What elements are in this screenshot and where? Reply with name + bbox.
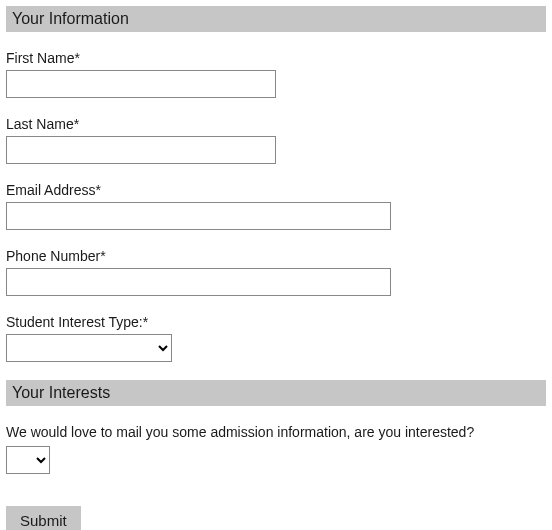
email-input[interactable]	[6, 202, 391, 230]
section-header-your-interests: Your Interests	[6, 380, 546, 406]
phone-label: Phone Number*	[6, 248, 546, 264]
field-last-name: Last Name*	[6, 116, 546, 164]
field-phone: Phone Number*	[6, 248, 546, 296]
first-name-label: First Name*	[6, 50, 546, 66]
last-name-label: Last Name*	[6, 116, 546, 132]
first-name-input[interactable]	[6, 70, 276, 98]
submit-button[interactable]: Submit	[6, 506, 81, 530]
field-email: Email Address*	[6, 182, 546, 230]
interest-type-label: Student Interest Type:*	[6, 314, 546, 330]
field-first-name: First Name*	[6, 50, 546, 98]
email-label: Email Address*	[6, 182, 546, 198]
interest-type-select[interactable]	[6, 334, 172, 362]
section-header-your-information: Your Information	[6, 6, 546, 32]
field-interest-type: Student Interest Type:*	[6, 314, 546, 362]
phone-input[interactable]	[6, 268, 391, 296]
mailing-interest-question: We would love to mail you some admission…	[6, 424, 546, 440]
mailing-interest-select[interactable]	[6, 446, 50, 474]
field-mailing-interest: We would love to mail you some admission…	[6, 424, 546, 474]
last-name-input[interactable]	[6, 136, 276, 164]
